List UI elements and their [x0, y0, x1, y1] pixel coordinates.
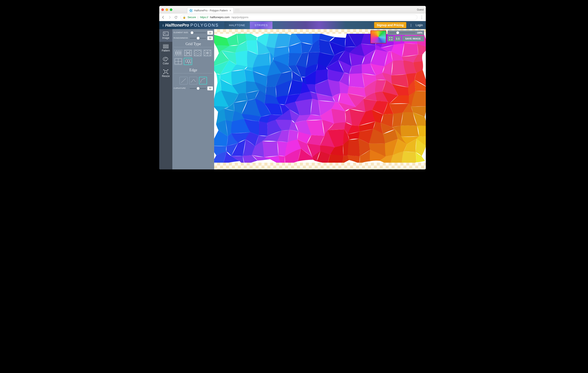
curvature-slider[interactable]: [190, 87, 206, 90]
svg-rect-5: [163, 46, 165, 47]
edge-straight[interactable]: [179, 77, 188, 84]
rail-resize-label: Resize: [162, 75, 170, 78]
lock-icon: 🔒: [183, 16, 186, 19]
svg-rect-7: [167, 46, 168, 47]
curvature-value[interactable]: 50: [207, 87, 213, 90]
window-controls: [161, 9, 172, 11]
reload-button[interactable]: [174, 15, 178, 19]
randomness-value[interactable]: 50: [207, 36, 213, 40]
rail-color-label: Color: [163, 62, 169, 65]
grid-type-tri2[interactable]: [184, 49, 192, 57]
image-icon: [163, 32, 168, 36]
window-minimize-button[interactable]: [166, 9, 168, 11]
svg-rect-0: [163, 32, 168, 36]
address-bar[interactable]: 🔒 Secure | https://halftonepro.com/app/p…: [180, 15, 417, 20]
favicon-icon: [189, 9, 192, 12]
rail-pattern[interactable]: Pattern: [159, 42, 172, 54]
browser-tab[interactable]: HalftonePro - Polygon Pattern ×: [187, 7, 234, 13]
grid-type-square[interactable]: [174, 58, 182, 65]
nav-stripes[interactable]: STRIPES: [250, 21, 273, 29]
one-to-one-button[interactable]: 1:1: [395, 36, 401, 41]
nav-halftone[interactable]: HALFTONE: [224, 21, 250, 29]
rail-image[interactable]: Image: [159, 29, 172, 42]
browser-window: HalftonePro - Polygon Pattern × Guest 🔒 …: [159, 6, 426, 169]
tab-title: HalftonePro - Polygon Pattern: [194, 9, 228, 12]
app-header: ⠿ HalftonePro POLYGONS HALFTONE STRIPES …: [159, 21, 426, 29]
rail-image-label: Image: [162, 37, 169, 40]
expand-icon: [389, 37, 392, 40]
fullscreen-button[interactable]: [388, 36, 394, 41]
edge-options: [174, 76, 213, 87]
pattern-icon: [163, 44, 168, 49]
zoom-value: 100%: [417, 32, 422, 34]
element-size-value[interactable]: 10: [207, 31, 213, 35]
svg-rect-15: [165, 71, 167, 73]
brand-main: HalftonePro: [165, 23, 189, 28]
canvas-render[interactable]: [214, 34, 426, 163]
new-tab-button[interactable]: [235, 9, 240, 13]
grid-type-title: Grid Type: [174, 42, 213, 46]
header-nav: HALFTONE STRIPES: [224, 21, 273, 29]
brand-sub: POLYGONS: [190, 23, 219, 28]
resize-icon: [163, 70, 168, 74]
canvas-area: 100% 1:1 SAVE IMAGE: [214, 29, 426, 169]
edge-title: Edge: [174, 68, 213, 72]
svg-point-1: [164, 33, 165, 34]
app: ⠿ HalftonePro POLYGONS HALFTONE STRIPES …: [159, 21, 426, 169]
login-link[interactable]: Login: [416, 23, 423, 27]
divider: [174, 73, 212, 73]
browser-menu-button[interactable]: ⋮: [420, 16, 424, 19]
sidebar-rail: Image Pattern Color Resize: [159, 29, 172, 169]
grid-type-hex[interactable]: [184, 58, 192, 65]
edge-wave[interactable]: [189, 77, 197, 84]
palette-icon: [163, 57, 168, 61]
svg-rect-3: [165, 44, 167, 46]
grid-type-grid-diag[interactable]: [203, 49, 212, 57]
grid-type-options: [174, 49, 213, 67]
brand-dots-icon: ⠿: [162, 24, 164, 27]
rail-pattern-label: Pattern: [162, 49, 170, 52]
svg-point-12: [165, 58, 166, 58]
zoom-control: 100%: [388, 30, 424, 35]
brand[interactable]: ⠿ HalftonePro POLYGONS: [162, 23, 219, 28]
svg-rect-10: [167, 48, 168, 48]
canvas-overlay: 100% 1:1 SAVE IMAGE: [370, 30, 424, 43]
canvas-checker-bottom: [214, 163, 426, 169]
profile-label[interactable]: Guest: [417, 8, 424, 11]
randomness-slider[interactable]: [190, 37, 206, 40]
svg-point-11: [164, 58, 165, 59]
element-size-slider[interactable]: [190, 31, 206, 34]
svg-rect-8: [163, 48, 165, 48]
zoom-slider[interactable]: [389, 31, 415, 34]
svg-rect-2: [163, 44, 165, 46]
randomness-label: RANDOMNESS: [174, 37, 189, 39]
tab-close-icon[interactable]: ×: [229, 9, 231, 12]
url-host: halftonepro.com: [210, 16, 230, 19]
rail-color[interactable]: Color: [159, 54, 172, 67]
save-image-button[interactable]: SAVE IMAGE: [402, 36, 424, 41]
element-size-control: ELEMENT SIZE 10: [174, 31, 213, 35]
svg-rect-9: [165, 48, 167, 48]
forward-button: [168, 15, 171, 19]
back-button[interactable]: [161, 15, 165, 19]
url-path: /app/polygons: [231, 16, 248, 19]
toolbar: 🔒 Secure | https://halftonepro.com/app/p…: [159, 13, 426, 21]
edge-curve[interactable]: [199, 77, 207, 84]
svg-point-14: [165, 59, 165, 60]
app-body: Image Pattern Color Resize: [159, 29, 426, 169]
titlebar: HalftonePro - Polygon Pattern × Guest: [159, 6, 426, 13]
grid-type-zig[interactable]: [193, 49, 202, 57]
randomness-control: RANDOMNESS 50: [174, 36, 213, 40]
svg-rect-6: [165, 46, 167, 47]
settings-panel: ELEMENT SIZE 10 RANDOMNESS 50 Grid Type: [172, 29, 214, 169]
divider: [174, 47, 212, 47]
element-size-label: ELEMENT SIZE: [174, 32, 189, 34]
rail-resize[interactable]: Resize: [159, 67, 172, 80]
minimap[interactable]: [370, 30, 386, 43]
window-close-button[interactable]: [161, 9, 164, 11]
window-maximize-button[interactable]: [170, 9, 172, 11]
url-protocol: https://: [200, 16, 208, 19]
curvature-control: CURVATURE 50: [174, 87, 213, 90]
signup-button[interactable]: Signup and Pricing: [374, 22, 407, 28]
grid-type-tri[interactable]: [174, 49, 182, 57]
